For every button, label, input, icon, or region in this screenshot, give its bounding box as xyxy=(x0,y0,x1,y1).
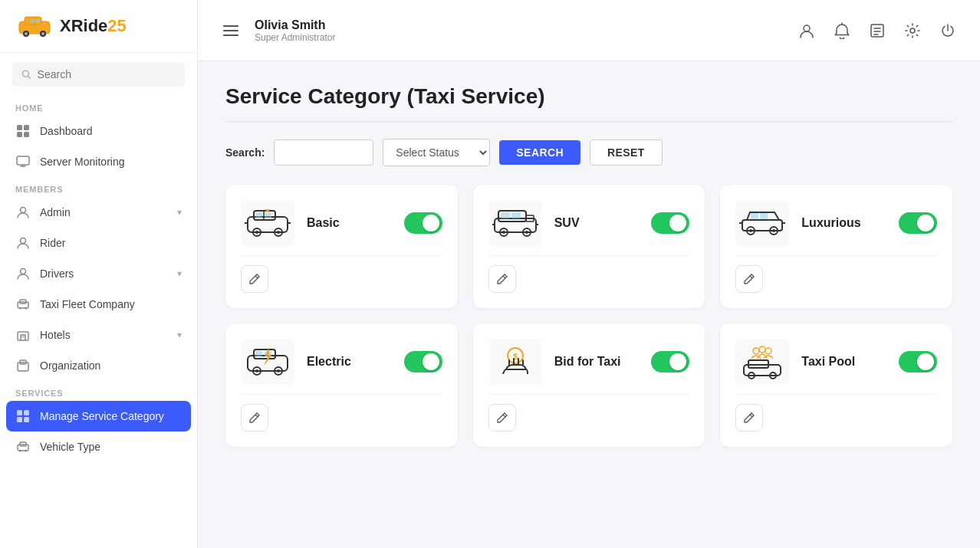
card-basic-edit-button[interactable] xyxy=(241,265,268,293)
svg-line-89 xyxy=(255,415,258,417)
page-title: Service Category (Taxi Service) xyxy=(225,84,952,109)
svg-rect-13 xyxy=(17,132,22,137)
search-icon xyxy=(21,69,31,80)
svg-point-53 xyxy=(255,231,258,234)
svg-line-104 xyxy=(750,415,752,417)
edit-icon xyxy=(248,273,261,285)
svg-point-24 xyxy=(25,307,27,310)
sidebar-item-drivers[interactable]: Drivers ▾ xyxy=(0,258,197,289)
sidebar-item-manage-service-category[interactable]: Manage Service Category xyxy=(6,401,191,432)
edit-icon xyxy=(743,273,755,285)
section-home: HOME xyxy=(0,96,197,116)
sidebar-item-hotels-label: Hotels xyxy=(40,329,71,341)
card-bid-edit-button[interactable] xyxy=(488,404,516,432)
card-electric-toggle[interactable] xyxy=(404,351,442,372)
filter-label: Search: xyxy=(225,146,265,159)
svg-point-98 xyxy=(759,346,765,353)
main: Olivia Smith Super Administrator Service… xyxy=(198,0,980,548)
checklist-icon[interactable] xyxy=(867,20,888,41)
rider-icon xyxy=(15,235,31,251)
user-info: Olivia Smith Super Administrator xyxy=(255,18,784,43)
alert-icon[interactable] xyxy=(831,20,853,41)
sidebar-item-rider[interactable]: Rider xyxy=(0,228,197,258)
search-button[interactable]: SEARCH xyxy=(499,140,580,165)
logo-text: XRide25 xyxy=(60,16,127,36)
card-suv-top: SUV xyxy=(488,200,690,246)
card-electric-image xyxy=(241,339,294,385)
taxi-fleet-icon xyxy=(15,297,31,312)
sidebar-item-vehicle-type[interactable]: Vehicle Type xyxy=(0,432,197,462)
card-electric-edit-button[interactable] xyxy=(241,404,268,432)
card-suv-edit-button[interactable] xyxy=(488,265,516,293)
card-luxurious-image xyxy=(735,200,789,246)
menu-icon xyxy=(222,22,239,39)
card-electric-top: Electric xyxy=(241,339,442,385)
user-name: Olivia Smith xyxy=(255,18,784,32)
svg-point-23 xyxy=(19,307,21,310)
taxi-icon xyxy=(245,205,291,241)
power-icon[interactable] xyxy=(937,20,959,41)
svg-line-80 xyxy=(750,276,752,278)
logo: XRide25 xyxy=(0,0,197,53)
card-luxurious-toggle[interactable] xyxy=(899,212,937,234)
hamburger-button[interactable] xyxy=(219,19,242,42)
card-suv-toggle[interactable] xyxy=(651,212,689,234)
card-pool-edit-button[interactable] xyxy=(735,404,763,432)
user-profile-icon[interactable] xyxy=(796,20,817,41)
search-input[interactable] xyxy=(38,68,176,80)
svg-line-58 xyxy=(255,276,258,278)
sidebar-item-hotels[interactable]: Hotels ▾ xyxy=(0,320,197,350)
filter-bar: Search: Select Status Active Inactive SE… xyxy=(225,139,952,166)
content: Service Category (Taxi Service) Search: … xyxy=(198,61,980,548)
sidebar-item-dashboard-label: Dashboard xyxy=(40,125,93,137)
vehicle-icon xyxy=(15,439,31,454)
svg-rect-71 xyxy=(742,220,782,231)
svg-rect-21 xyxy=(18,302,28,308)
card-pool-toggle[interactable] xyxy=(899,351,937,372)
reset-button[interactable]: RESET xyxy=(590,139,663,166)
hotels-icon xyxy=(15,327,31,343)
svg-rect-12 xyxy=(24,125,29,130)
header: Olivia Smith Super Administrator xyxy=(198,0,980,61)
card-suv-name: SUV xyxy=(554,216,640,230)
drivers-icon xyxy=(15,266,31,281)
svg-rect-51 xyxy=(265,212,271,218)
svg-line-96 xyxy=(503,415,505,417)
sidebar-item-admin[interactable]: Admin ▾ xyxy=(0,197,197,228)
svg-rect-15 xyxy=(17,156,29,165)
card-electric: Electric xyxy=(225,323,458,447)
svg-rect-8 xyxy=(36,19,40,23)
sidebar-item-admin-label: Admin xyxy=(40,206,71,218)
sidebar-item-server-monitoring[interactable]: Server Monitoring xyxy=(0,146,197,177)
chevron-down-icon: ▾ xyxy=(177,268,182,279)
card-luxurious-edit-button[interactable] xyxy=(735,265,763,293)
sidebar-item-taxi-fleet-company[interactable]: Taxi Fleet Company xyxy=(0,289,197,320)
header-icons xyxy=(796,20,959,41)
card-taxi-pool: Taxi Pool xyxy=(720,323,952,447)
card-basic-image xyxy=(241,200,294,246)
svg-rect-61 xyxy=(501,212,510,218)
sidebar-item-drivers-label: Drivers xyxy=(40,267,74,280)
section-services: SERVICES xyxy=(0,381,197,401)
sidebar-item-organization[interactable]: Organization xyxy=(0,350,197,381)
card-luxurious-actions xyxy=(735,265,937,293)
settings-icon[interactable] xyxy=(902,20,923,41)
svg-rect-14 xyxy=(24,132,29,137)
sidebar-search-box[interactable] xyxy=(12,62,185,87)
svg-point-66 xyxy=(525,231,528,234)
sidebar-item-dashboard[interactable]: Dashboard xyxy=(0,116,197,146)
card-luxurious-divider xyxy=(735,255,937,256)
card-suv-divider xyxy=(488,255,690,256)
card-electric-actions xyxy=(241,404,442,432)
search-filter-input[interactable] xyxy=(274,139,373,166)
card-luxurious-name: Luxurious xyxy=(801,216,886,230)
pool-icon xyxy=(739,343,785,380)
logo-icon xyxy=(15,12,54,40)
card-bid-toggle[interactable] xyxy=(651,351,689,372)
svg-rect-62 xyxy=(511,212,521,218)
sidebar-item-vehicle-type-label: Vehicle Type xyxy=(40,441,100,453)
svg-rect-72 xyxy=(751,213,758,219)
card-basic-toggle[interactable] xyxy=(404,212,442,234)
edit-icon xyxy=(743,412,755,424)
status-select[interactable]: Select Status Active Inactive xyxy=(383,139,490,166)
